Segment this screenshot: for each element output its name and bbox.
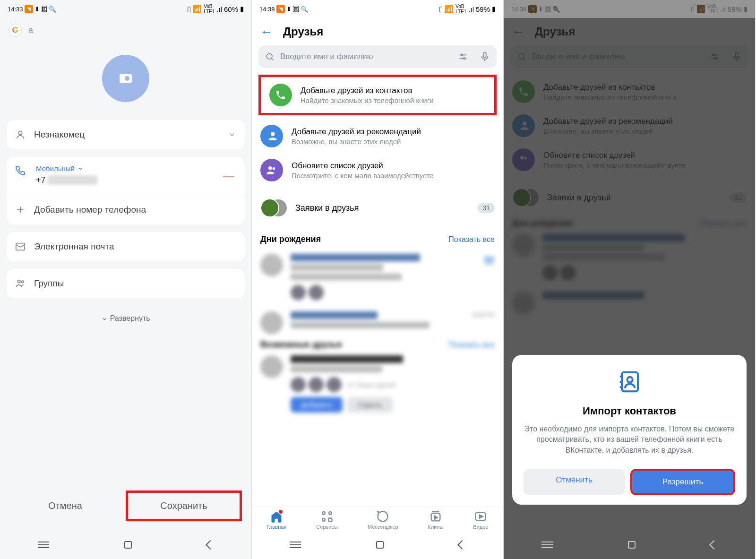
email-field[interactable]: Электронная почта (7, 232, 245, 261)
phone-number[interactable]: +7 (36, 175, 46, 185)
search-placeholder: Введите имя и фамилию (280, 52, 373, 61)
svg-point-13 (271, 132, 275, 136)
import-contacts-popup: Импорт контактов Это необходимо для импо… (512, 355, 747, 505)
gift-icon (483, 254, 495, 265)
svg-line-7 (272, 59, 274, 60)
tab-messenger[interactable]: Мессенджер (368, 510, 398, 530)
name-value: Незнакомец (34, 129, 85, 140)
svg-rect-12 (483, 52, 486, 58)
birthdays-section-header: Дни рождения Показать все (252, 229, 503, 248)
chevron-down-icon[interactable] (228, 130, 236, 139)
svg-point-11 (464, 58, 465, 60)
show-all-link[interactable]: Показать все (448, 235, 495, 244)
svg-point-15 (273, 167, 275, 170)
recents-button[interactable] (38, 542, 49, 548)
search-icon (265, 52, 275, 61)
svg-point-0 (18, 131, 22, 135)
app-icon: ◥ (276, 5, 285, 13)
gallery-icon: 🖼 (293, 6, 299, 13)
microphone-icon[interactable] (480, 52, 490, 62)
download-icon: ⬇ (34, 6, 40, 13)
gallery-icon: 🖼 (41, 6, 47, 13)
possible-friends-section-header: Возможные друзья Показать все (252, 340, 503, 350)
popup-title: Импорт контактов (524, 405, 735, 417)
users-circle-icon (260, 159, 283, 181)
svg-marker-24 (435, 516, 438, 519)
cancel-button[interactable]: Отмена (9, 493, 121, 519)
svg-rect-22 (329, 518, 332, 522)
add-from-recommendations-row[interactable]: Добавьте друзей из рекомендацийВозможно,… (252, 119, 503, 153)
messenger-icon (376, 510, 389, 523)
chevron-down-icon (101, 316, 108, 322)
add-phone-button[interactable]: Добавить номер телефона (7, 195, 245, 224)
delete-phone-button[interactable]: — (223, 169, 234, 182)
section-title: Возможные друзья (260, 340, 342, 350)
svg-point-21 (322, 518, 325, 521)
search-icon: 🔍 (301, 6, 308, 13)
possible-friends-blurred: 12 общих друзейДобавитьСкрыть (252, 350, 503, 418)
avatar-placeholder[interactable] (102, 55, 149, 102)
search-bar[interactable]: Введите имя и фамилию (258, 45, 497, 68)
google-account-icon[interactable]: G (9, 24, 22, 37)
back-arrow[interactable]: ← (260, 25, 273, 39)
save-button[interactable]: Сохранить (126, 490, 242, 521)
tab-services[interactable]: Сервисы (316, 510, 338, 530)
recents-button[interactable] (290, 542, 301, 548)
screen-import-popup: 14:38◥⬇🖼🔍 ▯📶VoBLTE1.ıl59%▮ ←Друзья Введи… (504, 0, 756, 559)
svg-point-6 (266, 53, 272, 59)
search-text[interactable]: а (28, 26, 33, 35)
update-friend-list-row[interactable]: Обновите список друзейПосмотрите, с кем … (252, 153, 503, 187)
clock: 14:38 (259, 6, 275, 13)
back-button[interactable] (709, 540, 719, 550)
android-nav (504, 531, 755, 559)
phone-icon (15, 165, 26, 176)
tab-clips[interactable]: Клипы (428, 510, 444, 530)
person-icon (15, 129, 26, 140)
svg-point-41 (627, 377, 633, 382)
clips-icon (429, 510, 442, 523)
status-bar: 14:38◥⬇🖼🔍 ▯📶VoBLTE1.ıl59%▮ (252, 0, 503, 18)
android-nav (252, 531, 503, 559)
groups-icon (15, 278, 26, 289)
home-button[interactable] (628, 541, 636, 549)
home-button[interactable] (376, 541, 384, 549)
back-button[interactable] (206, 540, 215, 550)
android-nav (0, 531, 251, 559)
services-icon (320, 510, 334, 523)
groups-field[interactable]: Группы (7, 269, 245, 298)
svg-point-19 (322, 512, 325, 515)
tab-video[interactable]: Видео (473, 510, 488, 530)
chevron-down-icon (77, 166, 83, 172)
download-icon: ⬇ (286, 6, 292, 13)
show-all-link[interactable]: Показать все (448, 341, 495, 349)
friend-requests-row[interactable]: Заявки в друзья 31 (252, 187, 503, 229)
expand-button[interactable]: Развернуть (0, 306, 251, 331)
phone-type-label[interactable]: Мобильный (36, 164, 75, 172)
screen-add-contact: 14:33◥⬇🖼🔍 ▯📶VoBLTE1.ıl60%▮ G а Незнакоме… (0, 0, 252, 559)
search-icon: 🔍 (49, 6, 56, 13)
add-from-contacts-row[interactable]: Добавьте друзей из контактовНайдите знак… (261, 78, 494, 112)
popup-allow-button[interactable]: Разрешить (630, 469, 735, 495)
popup-cancel-button[interactable]: Отменить (524, 469, 625, 495)
status-bar: 14:33◥⬇🖼🔍 ▯📶VoBLTE1.ıl60%▮ (0, 0, 251, 18)
contact-topbar: G а (0, 18, 251, 43)
requests-count-badge: 31 (478, 203, 495, 213)
app-icon: ◥ (25, 5, 33, 13)
header: ← Друзья (252, 18, 503, 45)
email-icon (15, 241, 26, 252)
filter-icon[interactable] (458, 52, 468, 62)
status-right: ▯📶VoBLTE1.ıl60%▮ (187, 4, 244, 14)
phone-circle-icon (269, 84, 292, 106)
svg-point-4 (18, 280, 21, 283)
tab-home[interactable]: Главная (266, 510, 286, 530)
recents-button[interactable] (541, 542, 553, 548)
bottom-tabs: Главная Сервисы Мессенджер Клипы Видео (252, 507, 503, 531)
phone-field[interactable]: Мобильный +7 — (7, 157, 245, 195)
plus-icon (15, 205, 26, 215)
home-button[interactable] (124, 541, 132, 549)
svg-point-10 (461, 54, 463, 56)
name-field[interactable]: Незнакомец (7, 120, 245, 149)
status-right: ▯📶VoBLTE1.ıl59%▮ (439, 4, 496, 14)
video-icon (474, 510, 487, 523)
back-button[interactable] (457, 540, 467, 550)
